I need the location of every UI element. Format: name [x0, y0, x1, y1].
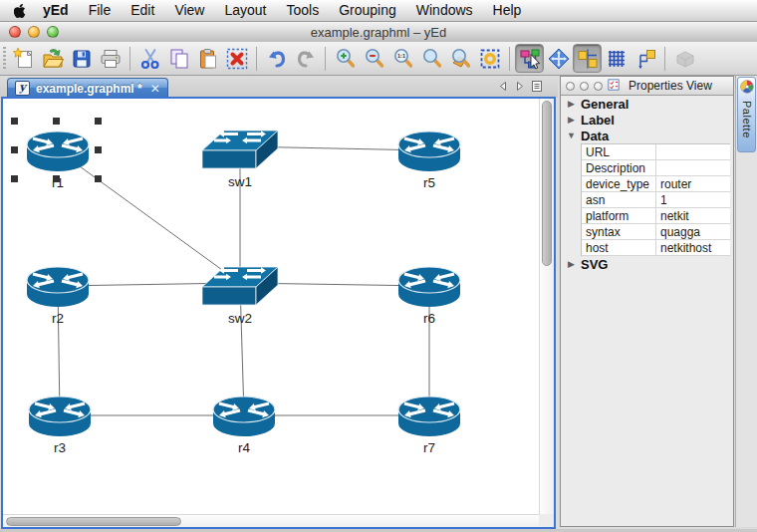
selection-handle[interactable] — [53, 175, 60, 182]
data-properties-table: URLDescriptiondevice_typerouterasn1platf… — [581, 143, 730, 256]
property-row-asn[interactable]: asn1 — [582, 192, 730, 208]
close-window-button[interactable] — [9, 26, 21, 38]
section-data[interactable]: ▼Data — [561, 128, 733, 143]
print-button[interactable] — [96, 44, 125, 73]
property-value[interactable] — [656, 144, 730, 159]
property-row-syntax[interactable]: syntaxquagga — [582, 224, 730, 240]
palette-tab[interactable]: Palette — [737, 77, 756, 152]
cut-button[interactable] — [135, 44, 164, 73]
graph-editor-canvas[interactable]: r1sw1r5r2sw2r6r3r4r7 — [1, 97, 556, 529]
selection-handle[interactable] — [11, 175, 18, 182]
zoom-window-button[interactable] — [47, 26, 59, 38]
property-row-host[interactable]: hostnetkithost — [582, 240, 730, 256]
property-value[interactable]: quagga — [656, 224, 730, 239]
property-value[interactable]: netkit — [656, 208, 730, 223]
selection-handle[interactable] — [95, 118, 102, 125]
tab-example-graphml[interactable]: y example.graphml * ✕ — [7, 78, 168, 98]
property-row-platform[interactable]: platformnetkit — [582, 208, 730, 224]
panel-minimize-icon[interactable] — [580, 82, 589, 91]
property-key: URL — [582, 144, 656, 159]
property-row-url[interactable]: URL — [582, 144, 730, 160]
node-sw1[interactable]: sw1 — [202, 131, 278, 189]
node-sw2[interactable]: sw2 — [202, 267, 278, 326]
menu-yed[interactable]: yEd — [33, 0, 79, 21]
menu-view[interactable]: View — [164, 0, 214, 21]
triangle-collapsed-icon[interactable]: ▶ — [567, 259, 576, 269]
section-svg[interactable]: ▶SVG — [561, 256, 733, 272]
property-row-device_type[interactable]: device_typerouter — [582, 176, 730, 192]
node-r7[interactable]: r7 — [398, 397, 460, 455]
triangle-collapsed-icon[interactable]: ▶ — [567, 99, 576, 109]
property-value[interactable]: 1 — [656, 192, 730, 207]
section-general[interactable]: ▶General — [561, 96, 733, 112]
node-r3[interactable]: r3 — [29, 397, 91, 455]
menu-grouping[interactable]: Grouping — [329, 0, 406, 21]
save-file-button[interactable] — [67, 44, 96, 73]
snap-lines-button[interactable] — [573, 44, 602, 73]
selection-handle[interactable] — [95, 146, 102, 153]
horizontal-scrollbar[interactable] — [3, 514, 539, 527]
zoom-selection-button[interactable] — [446, 44, 475, 73]
property-value[interactable] — [656, 160, 730, 175]
paste-button[interactable] — [193, 44, 222, 73]
selection-handle[interactable] — [11, 118, 18, 125]
main-toolbar: 1:1 — [0, 42, 757, 76]
tab-close-icon[interactable]: ✕ — [150, 82, 160, 96]
node-r2[interactable]: r2 — [27, 267, 89, 326]
section-label[interactable]: ▶Label — [561, 112, 733, 128]
fit-content-button[interactable] — [417, 44, 446, 73]
menu-edit[interactable]: Edit — [121, 0, 164, 21]
toolbar-separator — [509, 47, 510, 71]
previous-tab-button[interactable] — [496, 79, 510, 94]
minimize-window-button[interactable] — [28, 26, 40, 38]
delete-button[interactable] — [222, 44, 251, 73]
panel-close-icon[interactable] — [566, 82, 575, 91]
property-row-description[interactable]: Description — [582, 160, 730, 176]
selection-handle[interactable] — [53, 118, 60, 125]
menu-layout[interactable]: Layout — [214, 0, 276, 21]
vertical-scrollbar[interactable] — [539, 99, 554, 514]
window-titlebar[interactable]: example.graphml – yEd — [0, 22, 757, 43]
grid-button[interactable] — [602, 44, 631, 73]
apple-menu-icon[interactable] — [14, 3, 27, 19]
triangle-expanded-icon[interactable]: ▼ — [567, 131, 576, 140]
node-r6[interactable]: r6 — [398, 267, 460, 326]
properties-view-header[interactable]: Properties View — [561, 77, 733, 96]
zoom-in-button[interactable] — [331, 44, 360, 73]
vertical-scrollbar-thumb[interactable] — [542, 101, 552, 266]
panel-zoom-icon[interactable] — [594, 82, 603, 91]
yed-window: yEdFileEditViewLayoutToolsGroupingWindow… — [0, 0, 757, 532]
zoom-out-button[interactable] — [360, 44, 388, 73]
navigation-mode-button[interactable] — [544, 44, 573, 73]
node-r5[interactable]: r5 — [398, 132, 460, 190]
tab-list-button[interactable] — [530, 79, 544, 94]
menu-tools[interactable]: Tools — [277, 0, 330, 21]
new-document-button[interactable] — [9, 44, 38, 73]
node-r4[interactable]: r4 — [213, 397, 275, 455]
svg-text:1:1: 1:1 — [396, 53, 404, 59]
horizontal-scrollbar-thumb[interactable] — [6, 517, 181, 526]
property-value[interactable]: netkithost — [656, 240, 730, 255]
next-tab-button[interactable] — [513, 79, 527, 94]
node-r1[interactable]: r1 — [11, 118, 102, 190]
selection-handle[interactable] — [95, 175, 102, 182]
edit-mode-button[interactable] — [515, 44, 544, 73]
zoom-original-button[interactable]: 1:1 — [388, 44, 417, 73]
property-value[interactable]: router — [656, 176, 730, 191]
selection-handle[interactable] — [11, 146, 18, 153]
menu-windows[interactable]: Windows — [406, 0, 483, 21]
triangle-collapsed-icon[interactable]: ▶ — [567, 115, 576, 125]
graph-view[interactable]: r1sw1r5r2sw2r6r3r4r7 — [3, 99, 539, 514]
edge-r1-sw2[interactable] — [58, 150, 240, 283]
menu-help[interactable]: Help — [483, 0, 532, 21]
open-file-button[interactable] — [38, 44, 67, 73]
copy-button[interactable] — [164, 44, 193, 73]
section-label: Label — [581, 113, 615, 128]
redo-button[interactable] — [291, 44, 320, 73]
property-key: syntax — [582, 224, 656, 239]
menu-file[interactable]: File — [79, 0, 122, 21]
undo-button[interactable] — [262, 44, 291, 73]
zoom-area-button[interactable] — [475, 44, 504, 73]
label-placement-button[interactable] — [631, 44, 659, 73]
toolbar-gripper[interactable] — [3, 47, 6, 71]
